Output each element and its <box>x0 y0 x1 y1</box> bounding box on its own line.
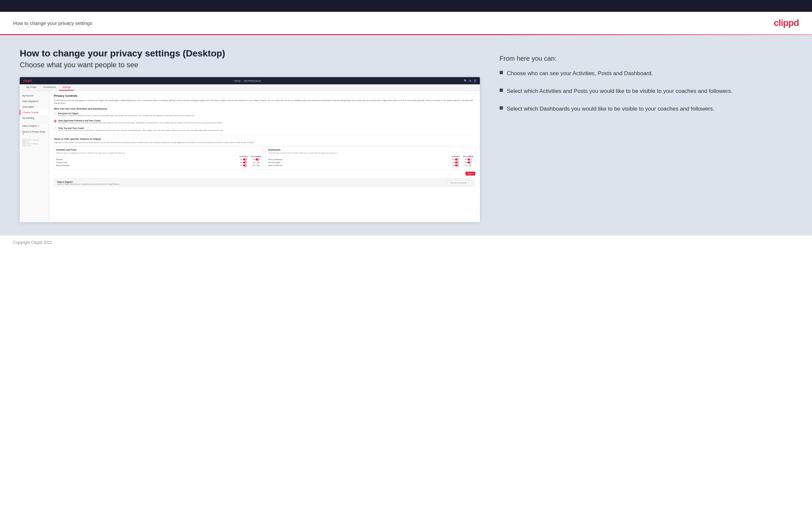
header-title: How to change your privacy settings <box>13 20 92 26</box>
sidebar-item-my-account[interactable]: My Account › <box>20 93 49 99</box>
dashboards-table-header: COACHES FOLLOWERS <box>268 156 473 158</box>
sidebar-item-my-golf-bag[interactable]: My Golf Bag › <box>20 115 49 121</box>
left-panel: How to change your privacy settings (Des… <box>20 48 480 222</box>
practice-drills-followers-toggle[interactable] <box>256 161 259 163</box>
player-followers-toggle[interactable] <box>467 159 471 161</box>
sidebar-label-subscription: Subscription <box>22 106 34 108</box>
radio-circle-everyone[interactable] <box>54 113 56 115</box>
footer-text: Copyright Clippd 2022 <box>13 240 52 245</box>
rounds-label: Rounds <box>56 159 239 161</box>
tab-my-profile[interactable]: My Profile <box>23 84 40 91</box>
what-to-work-on-coaches-toggle[interactable] <box>455 164 459 166</box>
chevron-icon-my-account: › <box>46 95 46 97</box>
round-insights-coaches-toggle-group: ON <box>451 161 461 163</box>
app-body: My Account › Data Integrations › Subscri… <box>20 91 480 222</box>
radio-text-everyone: Everyone on Clippd Everyone on Clippd ca… <box>58 112 195 117</box>
dashboards-card-desc: Select the types of activity that you'd … <box>268 152 473 154</box>
activities-card-desc: Select the types of activity that you'd … <box>56 152 261 154</box>
round-insights-followers-toggle[interactable] <box>467 161 471 163</box>
sidebar-label-my-account: My Account <box>22 95 34 97</box>
player-coaches-toggle[interactable] <box>455 159 459 161</box>
radio-text-approved-followers: Only Approved Followers and Your Coach O… <box>58 119 223 124</box>
activities-followers-col: FOLLOWERS <box>251 156 261 158</box>
sidebar-item-help-support[interactable]: Help & Support ↗ <box>20 123 49 129</box>
radio-label-only-you-coach: Only You and Your Coach <box>58 127 224 129</box>
app-screenshot: clippd Home My Performance 🔍 ⊕ 👤 My Prof… <box>20 77 480 222</box>
radio-desc-only-you-coach: Only you and the coaches you connect wit… <box>58 129 224 132</box>
round-insights-coaches-on-label: ON <box>452 162 454 163</box>
save-button[interactable]: Save <box>465 172 475 176</box>
privacy-controls-desc: Control how you and your data appears to… <box>54 99 475 105</box>
player-dashboard-coaches-toggle-group: ON <box>451 159 461 161</box>
help-row: Help & Support Visit our Clippd communit… <box>54 178 475 187</box>
bullet-text-1: Choose who can see your Activities, Post… <box>507 69 653 77</box>
round-insights-coaches-toggle[interactable] <box>455 161 459 163</box>
rounds-followers-toggle[interactable] <box>256 159 259 161</box>
round-insights-label: Round Insights <box>268 161 450 163</box>
tab-connections[interactable]: Connections <box>40 84 59 91</box>
from-here-label: From here you can: <box>500 55 792 62</box>
practice-drills-coaches-toggle-group: ON <box>239 161 248 163</box>
app-nav-logo: clippd <box>23 79 32 82</box>
app-main-content: Privacy Controls Control how you and you… <box>49 91 480 222</box>
rounds-followers-toggle-group: ON <box>251 159 261 161</box>
features-divider <box>54 134 475 135</box>
practice-drills-label: Practice Drills <box>56 161 239 163</box>
radio-desc-everyone: Everyone on Clippd can search for you an… <box>58 115 195 117</box>
privacy-controls-title: Privacy Controls <box>54 94 475 98</box>
round-insights-followers-on-label: ON <box>464 162 467 163</box>
manual-activities-toggles: ON ON <box>239 164 261 166</box>
manual-activities-label: Manual Activities <box>56 164 239 166</box>
rounds-toggles: ON ON <box>239 159 261 161</box>
manual-coaches-on-label: ON <box>240 165 242 166</box>
what-to-work-on-followers-toggle[interactable] <box>467 164 471 166</box>
rounds-coaches-toggle[interactable] <box>243 159 247 161</box>
dashboards-coaches-col: COACHES <box>451 156 461 158</box>
sidebar-item-service-privacy[interactable]: Service & Privacy Policy ↗ <box>20 129 49 137</box>
radio-only-you-coach: Only You and Your Coach Only you and the… <box>54 127 475 132</box>
what-to-work-on-followers-toggle-group: ON <box>463 164 473 166</box>
features-grid: Activities and Posts Select the types of… <box>54 146 475 170</box>
sidebar-item-privacy-controls[interactable]: Privacy Controls › <box>20 110 49 115</box>
avatar-icon: 👤 <box>473 79 476 82</box>
radio-circle-approved-followers[interactable] <box>54 120 56 122</box>
dashboards-row-what-to-work-on: What To Work On ON ON <box>268 164 473 166</box>
rounds-coaches-toggle-group: ON <box>239 159 248 161</box>
radio-text-only-you-coach: Only You and Your Coach Only you and the… <box>58 127 224 132</box>
app-nav: clippd Home My Performance 🔍 ⊕ 👤 <box>20 77 480 84</box>
app-nav-links: Home My Performance <box>235 80 261 82</box>
tab-settings[interactable]: Settings <box>59 84 74 91</box>
features-desc: Regardless of the privacy controls that … <box>54 142 475 144</box>
footer: Copyright Clippd 2022 <box>0 235 812 249</box>
round-insights-followers-toggle-group: ON <box>463 161 473 163</box>
sidebar-item-data-integrations[interactable]: Data Integrations › <box>20 99 49 104</box>
dashboards-card-title: Dashboards <box>268 149 473 151</box>
nav-link-performance: My Performance <box>244 80 261 82</box>
activities-table-header: COACHES FOLLOWERS <box>56 156 261 158</box>
sidebar-item-subscription[interactable]: Subscription › <box>20 104 49 110</box>
visit-community-button[interactable]: Visit Our Community ↗ <box>447 180 472 185</box>
bullet-item-2: Select which Activities and Posts you wo… <box>500 87 792 95</box>
manual-coaches-toggle[interactable] <box>243 164 247 166</box>
manual-coaches-toggle-group: ON <box>239 164 248 166</box>
sidebar-label-my-golf-bag: My Golf Bag <box>22 117 34 119</box>
nav-link-home: Home <box>235 80 241 82</box>
sidebar-divider <box>20 122 49 122</box>
dashboards-row-round-insights: Round Insights ON ON <box>268 161 473 163</box>
what-to-work-on-label: What To Work On <box>268 164 450 166</box>
player-dashboard-label: Player Dashboard <box>268 159 450 161</box>
rounds-followers-on-label: ON <box>253 159 255 161</box>
dashboards-card: Dashboards Select the types of activity … <box>266 146 475 170</box>
search-icon: 🔍 <box>464 79 467 82</box>
sidebar-label-data-integrations: Data Integrations <box>22 100 39 102</box>
radio-circle-only-you-coach[interactable] <box>54 127 56 130</box>
radio-everyone: Everyone on Clippd Everyone on Clippd ca… <box>54 112 475 117</box>
practice-drills-coaches-toggle[interactable] <box>243 161 247 163</box>
logo: clippd <box>774 18 799 28</box>
app-tabs: My Profile Connections Settings <box>20 84 480 91</box>
radio-label-approved-followers: Only Approved Followers and Your Coach <box>58 119 223 122</box>
chevron-icon-privacy-controls: › <box>46 112 46 114</box>
who-can-see-heading: Who Can See Your Activities and Dashboar… <box>54 107 475 110</box>
round-insights-toggles: ON ON <box>451 161 473 163</box>
manual-followers-toggle[interactable] <box>256 164 259 166</box>
